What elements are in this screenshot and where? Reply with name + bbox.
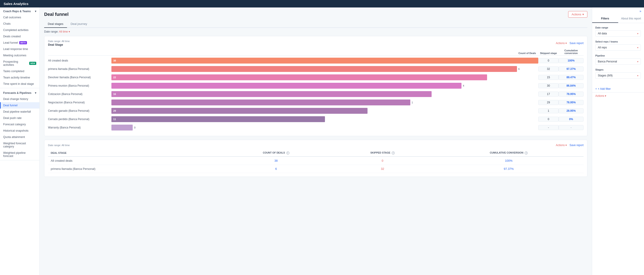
panel-tab-about[interactable]: About this report	[618, 15, 644, 23]
cumulative-cell: 78.95%	[559, 100, 584, 105]
cumulative-cell: 89.47%	[559, 75, 584, 80]
bar-container[interactable]: 0	[112, 124, 538, 131]
sidebar-item-label: Weighted pipeline forecast	[3, 151, 36, 158]
bar-container[interactable]: 22	[112, 74, 538, 80]
bar: 11	[112, 116, 325, 122]
sidebar-item-quota-attainment[interactable]: Quota attainment	[0, 134, 40, 140]
sidebar-item-deal-pipeline-waterfall[interactable]: Deal pipeline waterfall	[0, 109, 40, 115]
sidebar-item-lead-response-time[interactable]: Lead response time	[0, 46, 40, 52]
panel-tab-filters[interactable]: Filters	[592, 15, 618, 23]
skipped-info-icon[interactable]: i	[392, 152, 395, 154]
chart-column-headers: Count of Deals Skipped stage Cumulative …	[48, 49, 584, 56]
chart-row: Cerrado ganado (Banca Personal)29128.95%	[48, 107, 584, 114]
add-filter-plus-icon: +	[595, 87, 597, 90]
count-info-icon[interactable]: i	[286, 152, 290, 154]
chart-row-label: Negociacion (Banca Personal)	[48, 101, 112, 104]
sidebar-section-coach-reps-&-teams[interactable]: Coach Reps & Teams▾	[0, 7, 40, 14]
sidebar-item-deals-created[interactable]: Deals created	[0, 33, 40, 39]
chart-row-label: Cerrado ganado (Banca Personal)	[48, 109, 112, 112]
filter-section-date-range: Date range All data ▾	[595, 26, 641, 37]
sidebar-item-chats[interactable]: Chats	[0, 20, 40, 27]
bar: 38	[112, 58, 538, 63]
sidebar-item-deal-change-history[interactable]: Deal change history	[0, 96, 40, 102]
tab-deal-stages[interactable]: Deal stages	[44, 20, 67, 28]
date-range-label: Date range:	[44, 30, 58, 33]
date-range-value[interactable]: All time ▾	[59, 30, 70, 33]
panel-actions: Actions ▾	[592, 92, 644, 99]
bar-value-outside: 0	[134, 126, 136, 129]
bar-container[interactable]: 1	[112, 99, 538, 106]
bar-container[interactable]: 11	[112, 116, 538, 122]
td-count: 38	[221, 157, 331, 165]
tab-deal-journey[interactable]: Deal journey	[67, 20, 91, 28]
filter-label: Select reps / teams	[595, 40, 641, 43]
new-badge: NEW	[29, 62, 36, 65]
filter-select[interactable]: Banca Personal ▾	[595, 58, 641, 65]
cumulative-cell: 97.37%	[559, 66, 584, 71]
sidebar-item-label: Quota attainment	[3, 135, 25, 139]
filter-select[interactable]: All data ▾	[595, 30, 641, 37]
bar	[112, 125, 133, 130]
sidebar-item-label: Call outcomes	[3, 16, 21, 19]
sidebar-section-forecasts-&-pipelines[interactable]: Forecasts & Pipelines▾	[0, 89, 40, 96]
bar-container[interactable]: 16	[112, 91, 538, 97]
chart-actions-link[interactable]: Actions ▾	[556, 42, 567, 45]
sidebar-item-tasks-completed[interactable]: Tasks completed	[0, 68, 40, 74]
sidebar-item-deal-push-rate[interactable]: Deal push rate	[0, 115, 40, 121]
sidebar-item-meeting-outcomes[interactable]: Meeting outcomes	[0, 52, 40, 59]
sidebar-item-prospecting-activities[interactable]: Prospecting activitiesNEW	[0, 59, 40, 68]
panel-actions-btn[interactable]: Actions ▾	[595, 94, 641, 97]
actions-button[interactable]: Actions ▾	[568, 11, 588, 18]
cumulative-cell: -	[559, 125, 584, 130]
sidebar-item-label: Lead funnel	[3, 41, 18, 44]
sidebar-item-completed-activities[interactable]: Completed activities	[0, 27, 40, 33]
filter-section-select-reps---teams: Select reps / teams All reps ▾	[595, 40, 641, 51]
th-deal-stage: DEAL STAGE	[48, 149, 221, 157]
sidebar-item-time-spent-in-deal-stage[interactable]: Time spent in deal stage	[0, 81, 40, 87]
add-filter-button[interactable]: + + Add filter	[592, 85, 644, 92]
sidebar-item-label: Team activity timeline	[3, 76, 30, 79]
skipped-cell: -	[538, 125, 559, 130]
chart-row: Warranty (Banca Personal)0--	[48, 124, 584, 131]
bar-value-outside: 1	[412, 101, 413, 104]
tab-bar: Deal stages Deal journey	[44, 20, 588, 28]
bar-value-outside: 6	[518, 68, 520, 70]
table-header: Date range: All time Actions ▾ Save repo…	[48, 144, 584, 147]
sidebar-item-deal-funnel[interactable]: Deal funnel	[0, 102, 40, 109]
chart-save-report[interactable]: Save report	[570, 42, 584, 45]
sidebar-item-lead-funnel[interactable]: Lead funnelBETA	[0, 39, 40, 46]
sidebar-item-historical-snapshots[interactable]: Historical snapshots	[0, 128, 40, 134]
chart-row: Cerrado perdido (Banca Personal)1100%	[48, 116, 584, 123]
bar-container[interactable]: 4	[112, 82, 538, 89]
panel-chevron[interactable]: »	[592, 7, 644, 15]
panel-tabs: Filters About this report	[592, 15, 644, 23]
sidebar-item-team-activity-timeline[interactable]: Team activity timeline	[0, 74, 40, 81]
skipped-cell: 30	[538, 83, 559, 88]
sidebar-item-call-outcomes[interactable]: Call outcomes	[0, 14, 40, 20]
chart-row: Cotizacion (Banca Personal)161778.95%	[48, 90, 584, 98]
select-arrow-icon: ▾	[637, 60, 638, 63]
filter-select[interactable]: Stages (9/9) ▾	[595, 72, 641, 79]
bar-container[interactable]: 38	[112, 57, 538, 64]
bar: 16	[112, 91, 432, 97]
th-count: COUNT OF DEALS i	[221, 149, 331, 157]
sidebar-item-forecast-category[interactable]: Forecast category	[0, 121, 40, 128]
cumulative-info-icon[interactable]: i	[525, 152, 528, 154]
select-arrow-icon: ▾	[637, 46, 638, 49]
actions-label: Actions	[572, 13, 581, 16]
table-save-report[interactable]: Save report	[570, 144, 584, 147]
bar-container[interactable]: 29	[112, 108, 538, 114]
sidebar-item-label: Deals created	[3, 35, 20, 38]
bar-value-label: 16	[113, 93, 116, 95]
bar-container[interactable]: 6	[112, 66, 538, 72]
table-actions-link[interactable]: Actions ▾	[556, 144, 567, 147]
sidebar-item-weighted-pipeline-forecast[interactable]: Weighted pipeline forecast	[0, 150, 40, 159]
sidebar-item-label: Time spent in deal stage	[3, 82, 34, 85]
page-header: Deal funnel Actions ▾	[44, 11, 588, 18]
app-title: Sales Analytics	[4, 2, 28, 6]
sidebar-item-weighted-forecast-category[interactable]: Weighted forecast category	[0, 140, 40, 150]
col-skipped-header: Skipped stage	[538, 52, 559, 54]
filter-select[interactable]: All reps ▾	[595, 44, 641, 51]
td-skipped: 0	[331, 157, 434, 165]
skipped-cell: 15	[538, 75, 559, 80]
